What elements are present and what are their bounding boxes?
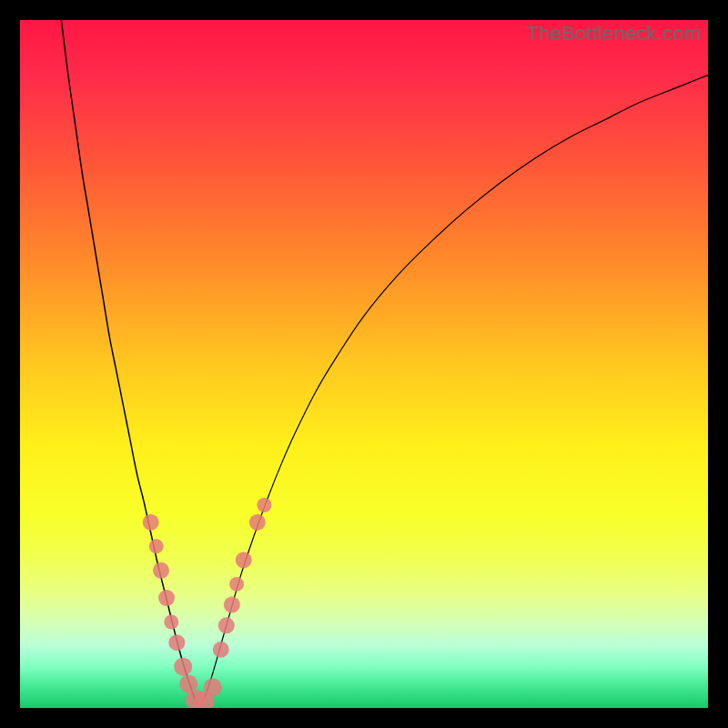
data-marker [229,577,244,592]
data-marker [218,617,235,633]
left-curve [61,20,198,708]
data-marker [149,539,164,553]
data-marker [143,514,159,531]
data-marker [204,678,222,696]
data-marker [158,590,175,606]
data-marker [153,562,169,579]
data-marker [224,597,240,613]
right-curve [199,75,708,708]
data-marker [168,634,185,651]
data-marker [257,498,271,512]
data-marker [164,615,178,630]
curves-overlay [20,20,708,708]
chart-container: TheBottleneck.com [0,0,728,728]
chart-area: TheBottleneck.com [20,20,708,708]
data-marker [174,658,192,676]
marker-dots [143,498,272,708]
data-marker [249,514,266,531]
data-marker [213,642,229,658]
watermark: TheBottleneck.com [526,22,701,46]
data-marker [236,551,252,568]
